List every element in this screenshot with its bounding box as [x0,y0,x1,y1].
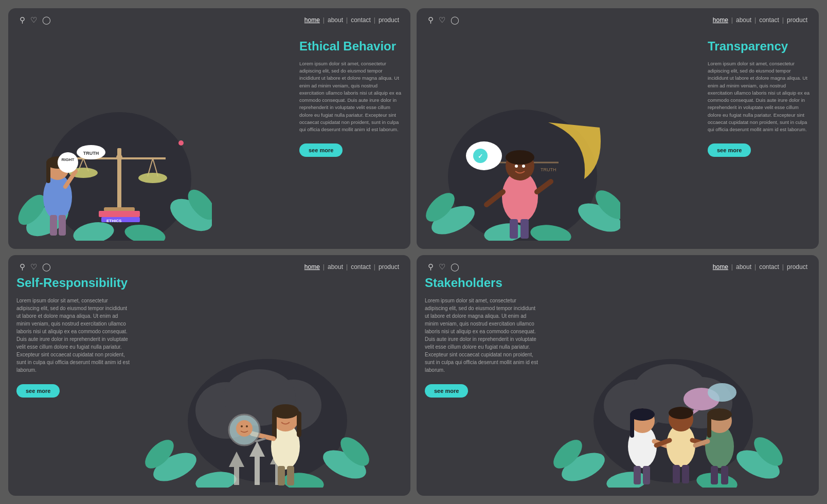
card-body-2: Lorem ipsum dolor sit amet, consectetur … [708,60,811,134]
search-icon-4[interactable]: ⚲ [428,262,434,272]
user-icon-4[interactable]: ◯ [451,262,459,272]
card-content-1: ETHICS TRUTH [8,29,410,249]
svg-text:RIGHT: RIGHT [62,157,75,162]
nav-about-1[interactable]: about [328,16,343,24]
search-icon-3[interactable]: ⚲ [20,262,25,272]
user-icon-2[interactable]: ◯ [451,15,459,25]
svg-point-45 [515,165,518,168]
card-content-2: TRUTH [417,29,819,249]
nav-icons-1: ⚲ ♡ ◯ [20,15,51,25]
nav-icons-2: ⚲ ♡ ◯ [428,15,459,25]
nav-icons-4: ⚲ ♡ ◯ [428,262,459,272]
svg-rect-99 [643,466,650,484]
nav-contact-1[interactable]: contact [351,16,371,24]
svg-rect-105 [673,465,680,483]
svg-point-75 [241,425,243,427]
svg-rect-98 [634,466,641,484]
user-icon[interactable]: ◯ [42,15,51,25]
svg-rect-113 [721,466,728,484]
nav-product-4[interactable]: product [787,263,807,271]
text-transparency: Transparency Lorem ipsum dolor sit amet,… [708,29,811,241]
text-ethical: Ethical Behavior Lorem ipsum dolor sit a… [299,29,402,241]
heart-icon[interactable]: ♡ [30,15,37,25]
svg-point-31 [178,140,184,146]
svg-text:ETHICS: ETHICS [106,219,122,223]
nav-links-1: home | about | contact | product [304,16,399,24]
svg-rect-71 [297,411,301,437]
nav-icons-3: ⚲ ♡ ◯ [20,262,51,272]
svg-rect-79 [287,466,294,485]
navbar-3: ⚲ ♡ ◯ home | about | contact | product [8,255,410,276]
card-transparency: ⚲ ♡ ◯ home | about | contact | product [417,8,819,249]
card-title-4: Stakeholders [425,276,538,291]
svg-rect-70 [272,411,277,440]
nav-product-3[interactable]: product [379,263,399,271]
heart-icon-3[interactable]: ♡ [30,262,37,272]
svg-rect-50 [520,219,529,239]
nav-contact-4[interactable]: contact [759,263,779,271]
svg-rect-8 [104,207,135,211]
nav-home-4[interactable]: home [713,263,728,271]
illustration-stakeholders [542,276,811,488]
svg-point-91 [708,383,736,402]
card-title-3: Self-Responsibility [16,276,130,291]
navbar-1: ⚲ ♡ ◯ home | about | contact | product [8,8,410,29]
nav-home-3[interactable]: home [304,263,320,271]
nav-links-2: home | about | contact | product [713,16,807,24]
see-more-button-1[interactable]: see more [299,143,343,157]
nav-product-1[interactable]: product [379,16,399,24]
card-ethical-behavior: ⚲ ♡ ◯ home | about | contact | product [8,8,410,249]
svg-rect-28 [59,215,66,236]
svg-rect-9 [99,211,140,217]
svg-point-102 [669,407,693,419]
search-icon-2[interactable]: ⚲ [428,15,434,25]
svg-point-76 [246,425,248,427]
card-body-1: Lorem ipsum dolor sit amet, consectetur … [299,60,402,134]
illustration-transparency: TRUTH [425,29,704,241]
nav-about-2[interactable]: about [736,16,751,24]
nav-home-1[interactable]: home [304,16,320,24]
nav-contact-3[interactable]: contact [351,263,371,271]
svg-text:TRUTH: TRUTH [541,167,556,172]
svg-rect-78 [278,466,285,485]
search-icon[interactable]: ⚲ [20,15,25,25]
svg-rect-27 [50,215,57,236]
nav-product-2[interactable]: product [787,16,807,24]
svg-point-21 [116,154,122,160]
heart-icon-2[interactable]: ♡ [439,15,445,25]
card-title-2: Transparency [708,39,811,54]
see-more-button-3[interactable]: see more [16,384,60,398]
see-more-button-4[interactable]: see more [425,384,468,398]
svg-rect-25 [46,163,50,183]
svg-rect-106 [682,465,689,483]
navbar-4: ⚲ ♡ ◯ home | about | contact | product [417,255,819,276]
svg-point-74 [236,420,253,437]
see-more-button-2[interactable]: see more [708,143,751,157]
navbar-2: ⚲ ♡ ◯ home | about | contact | product [417,8,819,29]
svg-text:TRUTH: TRUTH [83,151,99,156]
svg-text:✓: ✓ [478,153,483,160]
nav-contact-2[interactable]: contact [759,16,779,24]
card-body-4: Lorem ipsum dolor sit amet, consectetur … [425,297,538,374]
illustration-ethical: ETHICS TRUTH [16,29,295,241]
nav-links-4: home | about | contact | product [713,263,807,271]
svg-rect-49 [510,219,518,239]
heart-icon-4[interactable]: ♡ [439,262,445,272]
card-self-responsibility: ⚲ ♡ ◯ home | about | contact | product S… [8,255,410,496]
svg-point-20 [138,173,167,183]
nav-about-3[interactable]: about [328,263,343,271]
card-body-3: Lorem ipsum dolor sit amet, consectetur … [16,297,130,374]
svg-point-46 [522,165,525,168]
illustration-self-responsibility [134,276,402,488]
nav-home-2[interactable]: home [713,16,728,24]
nav-links-3: home | about | contact | product [304,263,399,271]
svg-point-29 [58,152,78,173]
card-title-1: Ethical Behavior [299,39,402,54]
svg-rect-110 [707,415,711,438]
user-icon-3[interactable]: ◯ [42,262,51,272]
card-stakeholders: ⚲ ♡ ◯ home | about | contact | product S… [417,255,819,496]
nav-about-4[interactable]: about [736,263,751,271]
svg-rect-112 [711,466,718,484]
svg-point-44 [506,150,534,165]
svg-rect-96 [630,415,634,438]
